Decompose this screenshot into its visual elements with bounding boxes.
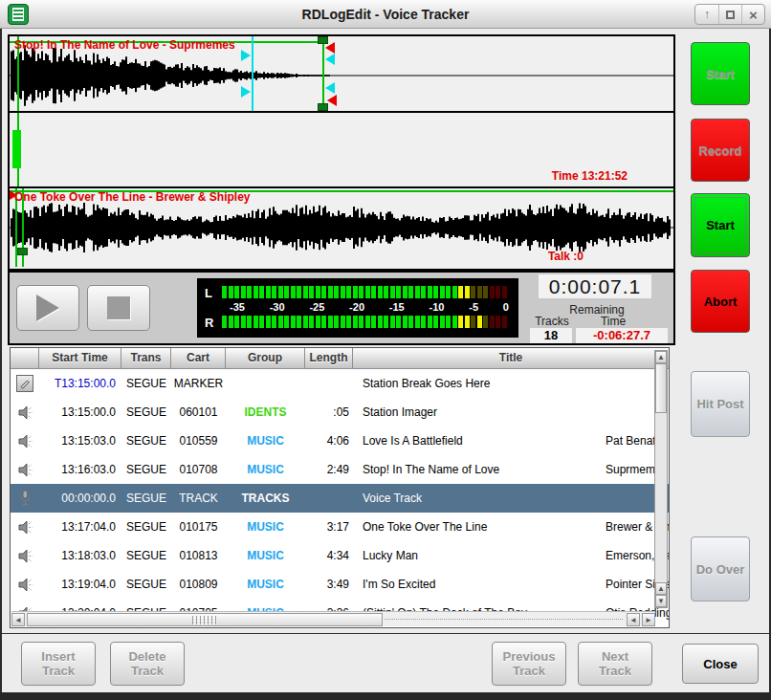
table-header: Start Time Trans Cart Group Length Title bbox=[11, 348, 669, 369]
cell-group: MUSIC bbox=[226, 427, 305, 455]
cell-length: :05 bbox=[305, 398, 353, 427]
waveform-track-2[interactable]: Time 13:21:52 bbox=[10, 113, 673, 188]
titlebar[interactable]: RDLogEdit - Voice Tracker ↑ × bbox=[0, 0, 771, 29]
start-previous-button[interactable]: Start bbox=[691, 42, 750, 105]
end-marker-handle[interactable] bbox=[325, 42, 335, 54]
cell-length: 3:49 bbox=[305, 570, 353, 599]
table-row[interactable]: T13:15:00.0 SEGUE MARKER Station Break G… bbox=[11, 369, 669, 398]
cell-title: Station Imager bbox=[353, 398, 596, 427]
microphone-icon bbox=[17, 490, 33, 507]
cell-length bbox=[305, 369, 353, 398]
meter-segment bbox=[415, 286, 420, 298]
start-next-button[interactable]: Start bbox=[691, 193, 750, 257]
vscroll-thumb[interactable] bbox=[655, 363, 667, 413]
start-marker-handle[interactable] bbox=[10, 190, 17, 200]
previous-track-button[interactable]: Previous Track bbox=[492, 642, 566, 686]
do-over-button[interactable]: Do Over bbox=[691, 536, 750, 602]
cell-start-time: 00:00:00.0 bbox=[39, 484, 121, 513]
meter-segment bbox=[490, 316, 495, 328]
meter-segment bbox=[483, 286, 488, 298]
meter-segment bbox=[321, 286, 326, 298]
table-row[interactable]: 13:15:03.0 SEGUE 010559 MUSIC 4:06 Love … bbox=[11, 427, 669, 455]
close-button[interactable]: Close bbox=[682, 644, 759, 684]
speaker-icon bbox=[17, 577, 33, 593]
speaker-icon bbox=[17, 405, 33, 421]
meter-segment bbox=[229, 316, 233, 328]
next-track-button[interactable]: Next Track bbox=[578, 642, 652, 686]
cell-trans: SEGUE bbox=[121, 541, 171, 570]
header-length[interactable]: Length bbox=[305, 348, 353, 369]
hscroll-thumb[interactable] bbox=[27, 613, 383, 626]
table-row[interactable]: 00:00:00.0 SEGUE TRACK TRACKS Voice Trac… bbox=[11, 484, 669, 513]
track3-title: One Toke Over The Line - Brewer & Shiple… bbox=[14, 190, 251, 204]
speaker-icon bbox=[17, 433, 33, 449]
meter-segment bbox=[446, 286, 451, 298]
row-type-icon-cell bbox=[11, 484, 39, 513]
meter-segment bbox=[502, 286, 507, 298]
header-title[interactable]: Title bbox=[353, 348, 669, 369]
talk-marker-line[interactable] bbox=[252, 36, 253, 111]
meter-segment bbox=[316, 286, 320, 298]
meter-segment bbox=[403, 316, 408, 328]
end-marker-handle[interactable] bbox=[327, 95, 337, 106]
meter-segment bbox=[278, 316, 283, 328]
meter-segment bbox=[247, 286, 252, 298]
cell-trans: SEGUE bbox=[121, 398, 171, 427]
table-row[interactable]: 13:16:03.0 SEGUE 010708 MUSIC 2:49 Stop!… bbox=[11, 455, 669, 484]
cell-start-time: 13:19:04.0 bbox=[39, 570, 121, 599]
scroll-right-button[interactable]: ► bbox=[642, 613, 655, 626]
scroll-down-button[interactable]: ▼ bbox=[655, 595, 667, 607]
meter-segment bbox=[241, 316, 246, 328]
scroll-left-button[interactable]: ◄ bbox=[11, 613, 25, 626]
maximize-button[interactable] bbox=[718, 5, 741, 24]
scroll-left-button-2[interactable]: ◄ bbox=[627, 613, 640, 626]
vertical-scrollbar[interactable]: ▲ ▲ ▼ bbox=[654, 350, 668, 608]
waveform-track-3[interactable]: One Toke Over The Line - Brewer & Shiple… bbox=[10, 188, 673, 267]
start-handle[interactable] bbox=[17, 248, 28, 255]
talk-end-handle[interactable] bbox=[325, 54, 335, 65]
header-group[interactable]: Group bbox=[226, 348, 305, 369]
hit-post-button[interactable]: Hit Post bbox=[691, 371, 750, 437]
abort-button[interactable]: Abort bbox=[691, 270, 750, 333]
table-row[interactable]: 13:15:00.0 SEGUE 060101 IDENTS :05 Stati… bbox=[11, 398, 669, 427]
talk-end-handle[interactable] bbox=[325, 82, 335, 94]
meter-segment bbox=[458, 316, 463, 328]
delete-track-button[interactable]: Delete Track bbox=[110, 642, 185, 686]
header-cart[interactable]: Cart bbox=[171, 348, 226, 369]
scroll-up-button[interactable]: ▲ bbox=[655, 351, 667, 363]
talk-start-handle[interactable] bbox=[241, 50, 251, 61]
tracks-remaining-value: 18 bbox=[530, 328, 572, 343]
meter-right-label: R bbox=[205, 316, 220, 330]
cell-cart: 060101 bbox=[171, 398, 226, 427]
insert-track-button[interactable]: Insert Track bbox=[21, 642, 96, 686]
meter-segment bbox=[341, 316, 345, 328]
close-window-button[interactable]: × bbox=[741, 5, 764, 24]
record-button[interactable]: Record bbox=[691, 119, 750, 182]
meter-segment bbox=[272, 286, 276, 298]
talk-start-handle[interactable] bbox=[241, 86, 251, 98]
table-row[interactable]: 13:18:03.0 SEGUE 010813 MUSIC 4:34 Lucky… bbox=[11, 541, 669, 570]
scroll-up-button-2[interactable]: ▲ bbox=[655, 582, 667, 595]
meter-segment bbox=[465, 316, 470, 328]
table-row[interactable]: 13:19:04.0 SEGUE 010809 MUSIC 3:49 I'm S… bbox=[11, 570, 669, 599]
header-trans[interactable]: Trans bbox=[121, 348, 171, 369]
cell-group: MUSIC bbox=[226, 455, 305, 484]
time-label: Time 13:21:52 bbox=[552, 169, 628, 183]
meter-segment bbox=[440, 286, 445, 298]
waveform-track-1[interactable]: Stop! In The Name of Love - Suprmemes bbox=[10, 36, 673, 113]
header-icon-col[interactable] bbox=[11, 348, 39, 369]
table-row[interactable]: 13:17:04.0 SEGUE 010175 MUSIC 3:17 One T… bbox=[11, 513, 669, 541]
header-start-time[interactable]: Start Time bbox=[39, 348, 121, 369]
meter-row-l bbox=[222, 286, 513, 298]
meter-segment bbox=[234, 286, 239, 298]
cell-title: Voice Track bbox=[353, 484, 596, 513]
shade-button[interactable]: ↑ bbox=[695, 5, 718, 24]
stop-button[interactable] bbox=[87, 285, 150, 331]
meter-segment bbox=[266, 316, 271, 328]
play-button[interactable] bbox=[16, 285, 79, 331]
meter-segment bbox=[328, 286, 333, 298]
cell-cart: 010559 bbox=[171, 427, 226, 455]
horizontal-scrollbar[interactable]: ◄ ◄ ► bbox=[11, 611, 655, 626]
cell-start-time: 13:18:03.0 bbox=[39, 541, 121, 570]
speaker-icon bbox=[17, 519, 33, 536]
